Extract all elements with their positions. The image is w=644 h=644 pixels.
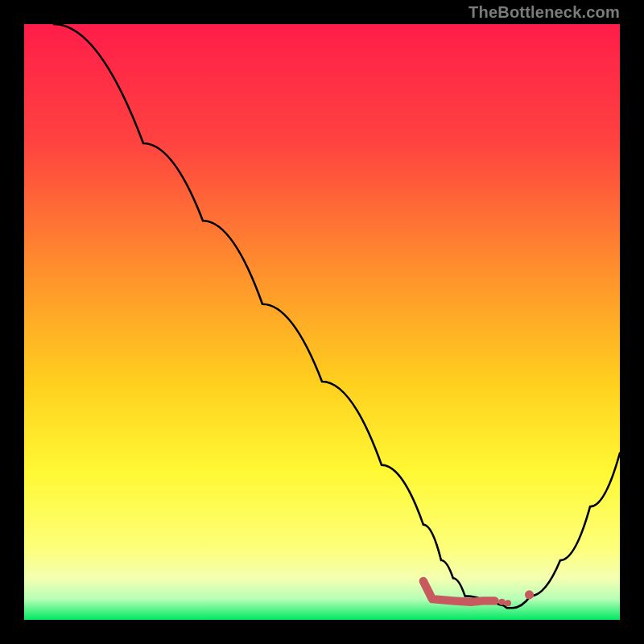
marker-group — [423, 581, 534, 606]
bottleneck-curve — [24, 24, 620, 608]
plot-area — [24, 24, 620, 620]
marker-dot — [525, 590, 534, 599]
marker-dot — [505, 600, 511, 606]
watermark-text: TheBottleneck.com — [469, 3, 620, 22]
curve-layer — [24, 24, 620, 620]
chart-container: TheBottleneck.com — [0, 0, 644, 644]
marker-dot — [498, 599, 505, 605]
